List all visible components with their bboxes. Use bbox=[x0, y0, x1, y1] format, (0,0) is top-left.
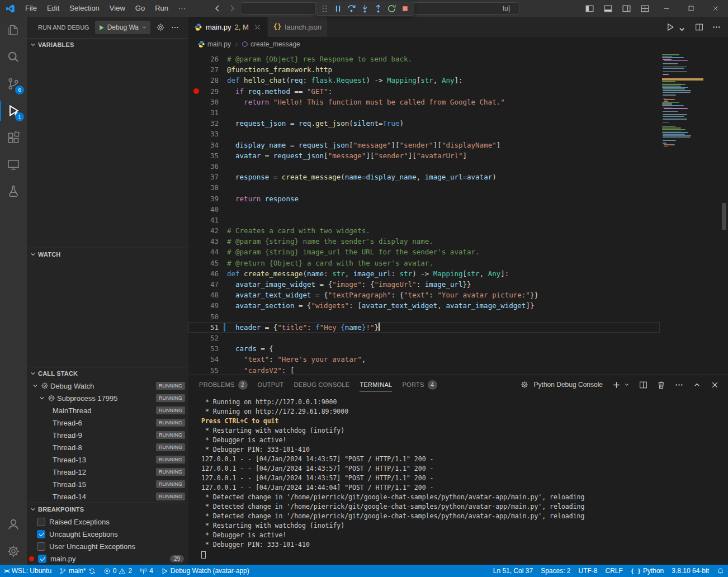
panel-tab-problems[interactable]: PROBLEMS2 bbox=[194, 375, 253, 394]
toggle-panel-icon[interactable] bbox=[603, 4, 613, 13]
breakpoint-checkbox[interactable] bbox=[38, 555, 46, 563]
menu-run[interactable]: Run bbox=[150, 4, 173, 12]
panel-tab-ports[interactable]: PORTS4 bbox=[397, 375, 442, 394]
code-line[interactable]: 31 bbox=[188, 107, 660, 118]
breadcrumb-file[interactable]: main.py bbox=[207, 40, 231, 48]
breadcrumb-symbol[interactable]: create_message bbox=[250, 40, 300, 48]
code-line[interactable]: 39 return response bbox=[188, 193, 660, 204]
activity-remote-explorer[interactable] bbox=[0, 151, 27, 178]
breakpoint-margin[interactable] bbox=[188, 258, 204, 268]
call-stack-item[interactable]: Thread-15RUNNING bbox=[27, 478, 188, 490]
code-line[interactable]: 46def create_message(name: str, image_ur… bbox=[188, 268, 660, 279]
breakpoint-margin[interactable] bbox=[188, 225, 204, 236]
debug-settings-gear-icon[interactable] bbox=[156, 23, 165, 32]
editor-more-actions-icon[interactable] bbox=[712, 22, 721, 32]
code-line[interactable]: 43# @param {string} name the sender's di… bbox=[188, 236, 660, 247]
close-tab-icon[interactable] bbox=[253, 23, 262, 31]
run-options-chevron-icon[interactable] bbox=[677, 25, 687, 34]
code-line[interactable]: 45# @return {Object} a card with the use… bbox=[188, 258, 660, 268]
activity-search[interactable] bbox=[0, 44, 27, 70]
breakpoint-margin[interactable] bbox=[188, 97, 204, 107]
toggle-sidebar-icon[interactable] bbox=[585, 4, 594, 13]
breakpoint-margin[interactable] bbox=[188, 161, 204, 172]
code-line[interactable]: 54 "text": "Here's your avatar", bbox=[188, 354, 660, 365]
maximize-button[interactable] bbox=[679, 0, 703, 17]
breakpoint-margin[interactable] bbox=[188, 333, 204, 343]
activity-extensions[interactable] bbox=[0, 124, 27, 151]
watch-section-header[interactable]: WATCH bbox=[27, 248, 188, 261]
new-terminal-icon[interactable] bbox=[612, 380, 621, 390]
breakpoint-item[interactable]: Uncaught Exceptions bbox=[27, 528, 188, 540]
code-line[interactable]: 27@functions_framework.http bbox=[188, 64, 660, 75]
activity-accounts[interactable] bbox=[0, 511, 27, 538]
breakpoint-margin[interactable] bbox=[188, 215, 204, 225]
code-line[interactable]: 50 bbox=[188, 311, 660, 322]
breakpoint-margin[interactable] bbox=[188, 86, 204, 97]
activity-explorer[interactable] bbox=[0, 17, 27, 44]
breakpoint-margin[interactable] bbox=[188, 107, 204, 118]
remote-indicator[interactable]: >< WSL: Ubuntu bbox=[0, 565, 55, 577]
breakpoint-margin[interactable] bbox=[188, 172, 204, 182]
breakpoint-item[interactable]: main.py29 bbox=[27, 552, 188, 565]
breakpoint-margin[interactable] bbox=[188, 193, 204, 204]
toggle-secondary-sidebar-icon[interactable] bbox=[622, 4, 631, 13]
back-arrow-icon[interactable] bbox=[213, 4, 222, 13]
variables-section-header[interactable]: VARIABLES bbox=[27, 39, 188, 51]
breakpoint-margin[interactable] bbox=[188, 236, 204, 247]
menu-view[interactable]: View bbox=[105, 4, 130, 12]
breakpoint-margin[interactable] bbox=[188, 247, 204, 257]
breakpoint-dot[interactable] bbox=[193, 88, 199, 94]
call-stack-item[interactable]: Debug WatchRUNNING bbox=[27, 380, 188, 392]
code-line[interactable]: 28def hello_chat(req: flask.Request) -> … bbox=[188, 75, 660, 86]
call-stack-item[interactable]: Thread-12RUNNING bbox=[27, 466, 188, 478]
call-stack-item[interactable]: Thread-6RUNNING bbox=[27, 417, 188, 429]
panel-more-actions-icon[interactable] bbox=[674, 380, 684, 390]
close-window-button[interactable] bbox=[703, 0, 728, 17]
breakpoint-margin[interactable] bbox=[188, 129, 204, 139]
call-stack-section-header[interactable]: CALL STACK bbox=[27, 367, 188, 380]
breakpoint-margin[interactable] bbox=[188, 75, 204, 86]
code-line[interactable]: 53 cards = { bbox=[188, 343, 660, 354]
terminal-dropdown-chevron-icon[interactable] bbox=[623, 381, 630, 388]
debug-config-dropdown[interactable]: Debug Wa bbox=[95, 21, 150, 34]
git-branch-status[interactable]: main* bbox=[55, 565, 100, 577]
breakpoint-margin[interactable] bbox=[188, 118, 204, 129]
breakpoint-margin[interactable] bbox=[188, 290, 204, 300]
call-stack-item[interactable]: Thread-9RUNNING bbox=[27, 429, 188, 441]
breakpoint-margin[interactable] bbox=[188, 343, 204, 354]
menu-file[interactable]: File bbox=[20, 4, 42, 12]
call-stack-item[interactable]: Thread-13RUNNING bbox=[27, 453, 188, 466]
code-line[interactable]: 42# Creates a card with two widgets. bbox=[188, 225, 660, 236]
code-line[interactable]: 49 avatar_section = {"widgets": [avatar_… bbox=[188, 300, 660, 311]
activity-source-control[interactable]: 6 bbox=[0, 70, 27, 97]
restart-icon[interactable] bbox=[386, 3, 398, 15]
forwarded-ports-status[interactable]: 4 bbox=[136, 565, 157, 577]
pause-icon[interactable] bbox=[332, 3, 344, 15]
customize-layout-icon[interactable] bbox=[640, 4, 650, 13]
code-line[interactable]: 37 response = create_message(name=displa… bbox=[188, 172, 660, 182]
call-stack-item[interactable]: Subprocess 17995RUNNING bbox=[27, 392, 188, 404]
breakpoint-checkbox[interactable] bbox=[37, 530, 45, 538]
code-line[interactable]: 51 header = {"title": f"Hey {name}!"} bbox=[188, 322, 660, 333]
call-stack-item[interactable]: MainThreadRUNNING bbox=[27, 404, 188, 417]
debug-session-status[interactable]: Debug Watch (avatar-app) bbox=[157, 565, 253, 577]
code-line[interactable]: 30 return "Hello! This function must be … bbox=[188, 97, 660, 107]
breakpoint-margin[interactable] bbox=[188, 204, 204, 215]
code-line[interactable]: 41 bbox=[188, 215, 660, 225]
menu-go[interactable]: Go bbox=[130, 4, 150, 12]
breakpoint-margin[interactable] bbox=[188, 182, 204, 193]
maximize-panel-icon[interactable] bbox=[692, 380, 702, 390]
minimap[interactable] bbox=[662, 51, 703, 147]
step-over-icon[interactable] bbox=[346, 3, 357, 15]
code-line[interactable]: 40 bbox=[188, 204, 660, 215]
code-line[interactable]: 33 bbox=[188, 129, 660, 139]
call-stack-item[interactable]: Thread-8RUNNING bbox=[27, 441, 188, 453]
code-line[interactable]: 52 bbox=[188, 333, 660, 343]
breakpoint-item[interactable]: User Uncaught Exceptions bbox=[27, 540, 188, 552]
panel-tab-debug-console[interactable]: DEBUG CONSOLE bbox=[289, 375, 355, 394]
step-into-icon[interactable] bbox=[359, 3, 371, 15]
code-line[interactable]: 36 bbox=[188, 161, 660, 172]
breakpoint-checkbox[interactable] bbox=[37, 542, 45, 551]
code-line[interactable]: 32 request_json = req.get_json(silent=Tr… bbox=[188, 118, 660, 129]
language-mode[interactable]: { } Python bbox=[627, 565, 668, 577]
